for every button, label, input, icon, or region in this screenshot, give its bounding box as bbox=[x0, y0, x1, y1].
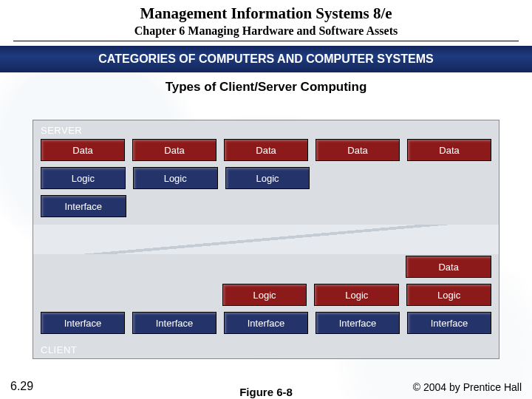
cell-empty bbox=[132, 284, 215, 304]
cell: Interface bbox=[316, 312, 400, 334]
row-server-logic: Logic Logic Logic bbox=[33, 167, 499, 195]
cell: Logic bbox=[314, 284, 399, 306]
row-client-logic: Logic Logic Logic bbox=[33, 284, 499, 312]
cell-empty bbox=[223, 256, 307, 276]
server-label: SERVER bbox=[33, 120, 499, 139]
cell-empty bbox=[132, 256, 216, 276]
copyright: © 2004 by Prentice Hall bbox=[413, 381, 522, 393]
row-server-interface: Interface bbox=[33, 195, 499, 223]
cell: Logic bbox=[225, 167, 310, 189]
divider bbox=[13, 41, 519, 41]
chapter-title: Chapter 6 Managing Hardware and Software… bbox=[0, 24, 532, 38]
cell: Logic bbox=[222, 284, 307, 306]
cell-empty bbox=[408, 167, 491, 188]
cell-empty bbox=[407, 195, 491, 216]
cell: Interface bbox=[41, 312, 125, 334]
cell: Data bbox=[316, 139, 400, 161]
cell: Data bbox=[132, 139, 216, 161]
cell: Logic bbox=[133, 167, 218, 189]
cell-empty bbox=[316, 195, 400, 216]
client-label: CLIENT bbox=[33, 340, 499, 358]
cell-empty bbox=[225, 195, 309, 216]
cell: Interface bbox=[132, 312, 216, 334]
cell: Logic bbox=[41, 167, 126, 189]
cell: Data bbox=[224, 139, 308, 161]
book-title: Management Information Systems 8/e bbox=[0, 4, 532, 23]
page-number: 6.29 bbox=[10, 380, 33, 393]
cell: Data bbox=[41, 139, 125, 161]
cell: Data bbox=[406, 256, 491, 278]
cell: Interface bbox=[407, 312, 491, 334]
cell-empty bbox=[134, 195, 218, 216]
cell-empty bbox=[41, 284, 124, 304]
slide-subtitle: Types of Client/Server Computing bbox=[0, 80, 532, 95]
row-server-data: Data Data Data Data Data bbox=[33, 139, 499, 167]
row-client-interface: Interface Interface Interface Interface … bbox=[33, 312, 499, 340]
row-client-data: Data bbox=[33, 256, 499, 284]
cell: Logic bbox=[406, 284, 491, 306]
cell: Interface bbox=[41, 195, 126, 217]
section-heading: CATEGORIES OF COMPUTERS AND COMPUTER SYS… bbox=[0, 46, 532, 72]
cell-empty bbox=[315, 256, 399, 276]
cell-empty bbox=[41, 256, 125, 276]
cell: Data bbox=[407, 139, 491, 161]
cell: Interface bbox=[224, 312, 308, 334]
server-client-divider bbox=[33, 225, 499, 254]
figure: SERVER Data Data Data Data Data Logic Lo… bbox=[33, 120, 499, 359]
cell-empty bbox=[317, 167, 400, 188]
